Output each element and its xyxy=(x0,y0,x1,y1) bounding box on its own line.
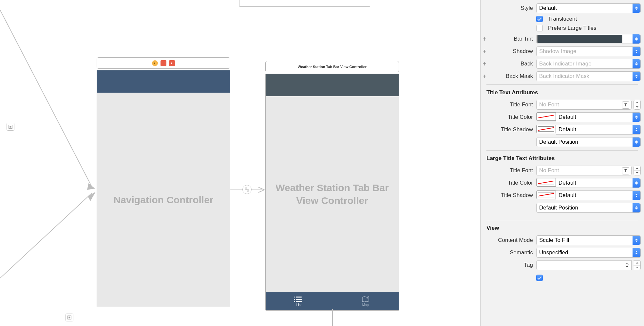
large-title-color-value: Default xyxy=(559,180,576,186)
dropdown-arrows-icon xyxy=(633,34,640,44)
title-color-swatch[interactable] xyxy=(536,112,556,121)
content-mode-value: Scale To Fill xyxy=(539,237,569,244)
svg-rect-3 xyxy=(68,317,70,318)
dropdown-arrows-icon xyxy=(633,113,640,122)
dropdown-arrows-icon xyxy=(633,191,640,200)
tab-bar-item-list[interactable]: List xyxy=(266,292,332,310)
storyboard-canvas[interactable]: Navigation Controller Weather Station Ta… xyxy=(0,0,475,326)
add-button[interactable]: + xyxy=(483,35,486,43)
content-mode-label: Content Mode xyxy=(484,237,536,244)
add-button[interactable]: + xyxy=(483,48,486,55)
style-value: Default xyxy=(539,5,557,11)
scene-navigation-controller[interactable]: Navigation Controller xyxy=(97,57,230,307)
large-title-position-select[interactable]: Default Position xyxy=(536,203,641,213)
scene-titlebar[interactable]: Weather Station Tab Bar View Controller xyxy=(265,61,399,72)
svg-point-8 xyxy=(367,297,368,299)
bar-tint-label: Bar Tint xyxy=(489,36,536,42)
view-section-header: View xyxy=(481,220,644,234)
segue-dock-icon[interactable] xyxy=(7,123,14,131)
bar-tint-select[interactable] xyxy=(536,34,641,44)
font-stepper[interactable] xyxy=(634,100,641,110)
navigation-bar[interactable] xyxy=(97,70,230,93)
content-mode-select[interactable]: Scale To Fill xyxy=(536,235,641,245)
large-title-color-swatch[interactable] xyxy=(536,178,556,187)
dropdown-arrows-icon xyxy=(633,178,640,188)
title-position-value: Default Position xyxy=(539,139,578,145)
scene-body[interactable]: Navigation Controller xyxy=(97,70,230,307)
dropdown-arrows-icon xyxy=(633,59,640,68)
dropdown-arrows-icon xyxy=(633,4,640,13)
scene-body[interactable]: Weather Station Tab Bar View Controller … xyxy=(265,74,399,311)
large-title-shadow-select[interactable]: Default xyxy=(556,190,641,200)
list-icon xyxy=(295,296,303,302)
segue-kind-icon[interactable] xyxy=(242,185,252,194)
font-stepper[interactable] xyxy=(634,166,641,175)
attributes-inspector[interactable]: Style Default Translucent Prefers Large … xyxy=(480,0,644,326)
large-title-font-label: Title Font xyxy=(484,167,536,174)
back-mask-select[interactable]: Back Indicator Mask xyxy=(536,71,641,81)
tab-bar-item-map[interactable]: Map xyxy=(332,292,399,310)
tag-stepper[interactable] xyxy=(634,260,641,270)
large-title-position-value: Default Position xyxy=(539,205,578,211)
large-title-color-label: Title Color xyxy=(484,180,536,186)
font-picker-icon[interactable]: T xyxy=(622,101,629,109)
svg-line-7 xyxy=(247,189,248,190)
add-button[interactable]: + xyxy=(483,73,486,80)
translucent-checkbox[interactable] xyxy=(536,16,543,22)
svg-rect-1 xyxy=(9,126,11,127)
map-icon xyxy=(362,296,369,302)
scene-weather-station[interactable]: Weather Station Tab Bar View Controller … xyxy=(265,61,399,311)
title-color-select[interactable]: Default xyxy=(556,112,641,122)
dropdown-arrows-icon xyxy=(633,47,640,56)
scene-content: Weather Station Tab Bar View Controller xyxy=(266,96,399,292)
tab-label: List xyxy=(296,303,302,307)
shadow-image-select[interactable]: Shadow Image xyxy=(536,46,641,56)
bar-tint-color-well[interactable] xyxy=(537,35,622,43)
segue-wires-left xyxy=(0,0,98,326)
shadow-placeholder: Shadow Image xyxy=(539,48,576,55)
back-image-select[interactable]: Back Indicator Image xyxy=(536,59,641,69)
scene-content: Navigation Controller xyxy=(97,93,230,307)
title-shadow-select[interactable]: Default xyxy=(556,125,641,135)
scene-content-label: Weather Station Tab Bar View Controller xyxy=(266,181,399,207)
title-shadow-swatch[interactable] xyxy=(536,125,556,133)
large-title-color-select[interactable]: Default xyxy=(556,178,641,188)
style-label: Style xyxy=(484,5,536,11)
large-title-shadow-swatch[interactable] xyxy=(536,190,556,199)
dropdown-arrows-icon xyxy=(633,72,640,81)
translucent-label: Translucent xyxy=(548,16,577,22)
title-shadow-label: Title Shadow xyxy=(484,126,536,133)
font-picker-icon[interactable]: T xyxy=(622,167,629,174)
large-title-font-field[interactable]: No Font T xyxy=(536,166,632,175)
prefers-large-titles-label: Prefers Large Titles xyxy=(548,25,596,31)
title-position-select[interactable]: Default Position xyxy=(536,137,641,147)
scrollbar-thumb[interactable] xyxy=(480,173,481,203)
dropdown-arrows-icon xyxy=(633,125,640,134)
dropdown-arrows-icon xyxy=(633,203,640,212)
prefers-large-titles-checkbox[interactable] xyxy=(536,25,543,31)
title-color-label: Title Color xyxy=(484,114,536,120)
semantic-select[interactable]: Unspecified xyxy=(536,248,641,258)
back-placeholder: Back Indicator Image xyxy=(539,61,592,67)
navigation-bar[interactable] xyxy=(266,74,399,96)
tab-label: Map xyxy=(362,303,369,307)
back-mask-label: Back Mask xyxy=(489,73,536,80)
large-title-text-attributes-header: Large Title Text Attributes xyxy=(481,151,644,164)
first-responder-icon xyxy=(161,60,166,66)
partial-checkbox[interactable] xyxy=(536,275,543,281)
large-title-shadow-value: Default xyxy=(559,192,576,199)
semantic-label: Semantic xyxy=(484,249,536,256)
scene-content-label: Navigation Controller xyxy=(104,193,223,206)
dropdown-arrows-icon xyxy=(633,236,640,245)
shadow-label: Shadow xyxy=(489,48,536,55)
title-font-field[interactable]: No Font T xyxy=(536,100,632,110)
title-color-value: Default xyxy=(559,114,576,120)
tab-bar[interactable]: List Map xyxy=(266,292,399,310)
segue-dock-icon[interactable] xyxy=(66,314,73,321)
tag-input[interactable]: 0 xyxy=(536,260,632,270)
tag-label: Tag xyxy=(484,262,536,268)
scene-titlebar[interactable] xyxy=(97,57,230,69)
style-select[interactable]: Default xyxy=(536,3,641,13)
add-button[interactable]: + xyxy=(483,60,486,68)
scene-partial-top xyxy=(239,0,370,7)
